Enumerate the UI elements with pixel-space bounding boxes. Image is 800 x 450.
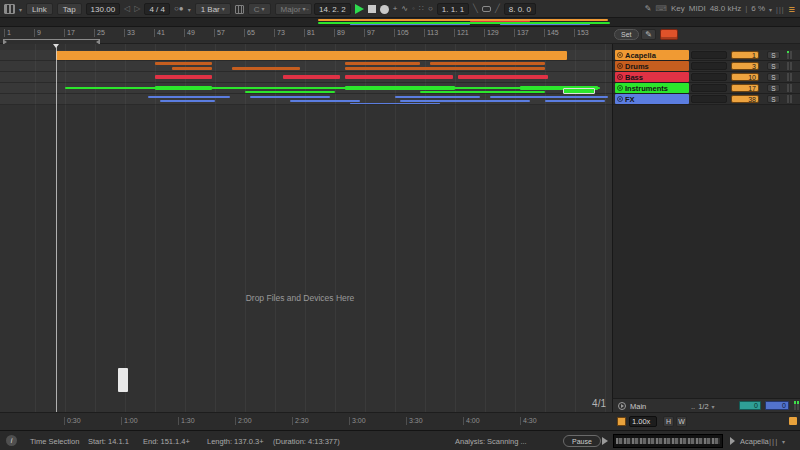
playhead[interactable] — [56, 44, 57, 412]
clip[interactable] — [56, 51, 567, 60]
midi-map-button[interactable]: MIDI — [689, 5, 706, 13]
arrangement-position-field[interactable]: 14. 2. 2 — [314, 3, 351, 15]
chevron-down-icon[interactable]: ▾ — [188, 6, 191, 13]
track-activator[interactable]: 17 — [731, 84, 759, 92]
track-name[interactable]: Acapella — [615, 50, 689, 60]
solo-button[interactable]: S — [767, 73, 780, 81]
chevron-down-icon[interactable]: ▾ — [769, 6, 772, 13]
preview-play-icon[interactable] — [602, 437, 608, 445]
session-record-icon[interactable]: ○ — [428, 5, 433, 13]
arrangement-overview[interactable] — [0, 18, 800, 27]
reenable-automation-icon[interactable]: ◦ — [412, 5, 415, 13]
chevron-down-icon[interactable]: ▾ — [782, 438, 785, 445]
clip[interactable] — [345, 67, 545, 70]
preview-volume-icon[interactable]: ||| — [769, 437, 778, 446]
track-activator[interactable]: 1 — [731, 51, 759, 59]
playback-speed-field[interactable]: 1.00x — [629, 416, 657, 427]
tempo-field[interactable]: 130.00 — [86, 3, 120, 15]
preview-waveform[interactable] — [613, 434, 723, 448]
chevron-down-icon[interactable]: ▾ — [19, 6, 22, 13]
track-io-box[interactable] — [691, 84, 727, 92]
arrangement-area[interactable]: Drop Files and Devices Here 4/1 — [0, 44, 612, 412]
track-activator[interactable]: 3 — [731, 62, 759, 70]
time-ruler[interactable]: 0:301:001:302:002:303:003:304:004:30 1.0… — [0, 412, 800, 430]
back-to-arrangement-button[interactable] — [660, 29, 678, 40]
clip[interactable] — [350, 103, 440, 104]
clip[interactable] — [155, 75, 212, 79]
pause-button[interactable]: Pause — [563, 435, 601, 447]
preview-clip-play-icon[interactable] — [730, 437, 735, 445]
link-button[interactable]: Link — [26, 3, 53, 15]
layout-grid-icon[interactable] — [4, 4, 15, 14]
nudge-down-icon[interactable]: ◁ — [124, 5, 130, 13]
track-name[interactable]: Bass — [615, 72, 689, 82]
solo-button[interactable]: S — [767, 95, 780, 103]
main-track-row[interactable]: Main .. 1/2 ▾ 0 0 — [612, 398, 800, 412]
track-name[interactable]: Instruments — [615, 83, 689, 93]
clip[interactable] — [160, 100, 215, 102]
track-activator[interactable]: 38 — [731, 95, 759, 103]
scale-icon[interactable] — [235, 5, 244, 14]
main-pan-field[interactable]: 0 — [739, 401, 761, 410]
automation-arm-icon[interactable]: ∿ — [401, 5, 408, 13]
grid-interval-menu[interactable]: .. 1/2 ▾ — [691, 402, 715, 411]
punch-in-field[interactable]: 1. 1. 1 — [437, 3, 469, 15]
clip[interactable] — [345, 86, 455, 90]
clip[interactable] — [400, 100, 530, 102]
follow-icon[interactable]: → — [302, 5, 310, 13]
computer-midi-keyboard-icon[interactable]: ⌨ — [655, 5, 667, 13]
clip[interactable] — [490, 96, 608, 98]
clip[interactable] — [155, 86, 212, 90]
clip[interactable] — [290, 100, 360, 102]
punch-in-icon[interactable]: ╲ — [473, 5, 478, 13]
cpu-overload-icon[interactable]: ≡ — [789, 4, 795, 15]
cpu-load-value[interactable]: 6 % — [751, 5, 765, 13]
time-signature-field[interactable]: 4 / 4 — [144, 3, 170, 15]
clip[interactable] — [283, 75, 340, 79]
track-activator[interactable]: 10 — [731, 73, 759, 81]
clip[interactable] — [250, 96, 330, 98]
clip[interactable] — [345, 62, 420, 65]
set-locator-button[interactable]: Set — [614, 29, 639, 40]
track-io-box[interactable] — [691, 73, 727, 81]
clip[interactable] — [148, 96, 230, 98]
clip[interactable] — [458, 75, 548, 79]
beat-time-ruler[interactable]: 1917253341495765738189971051131211291371… — [0, 27, 800, 44]
main-volume-field[interactable]: 0 — [765, 401, 789, 410]
main-track-name[interactable]: Main — [630, 402, 646, 411]
track-io-box[interactable] — [691, 95, 727, 103]
key-map-button[interactable]: Key — [671, 5, 685, 13]
solo-button[interactable]: S — [767, 84, 780, 92]
play-button[interactable] — [355, 4, 364, 14]
clip[interactable] — [345, 75, 453, 79]
nudge-up-icon[interactable]: ▷ — [134, 5, 140, 13]
record-button[interactable] — [380, 5, 389, 14]
loop-length-field[interactable]: 8. 0. 0 — [504, 3, 536, 15]
clip[interactable] — [420, 91, 545, 93]
clip[interactable] — [232, 67, 300, 70]
solo-button[interactable]: S — [767, 51, 780, 59]
root-note-select[interactable]: C▾ — [248, 3, 271, 15]
clip[interactable] — [395, 96, 480, 98]
clip[interactable] — [563, 88, 595, 94]
corner-indicator-icon[interactable] — [789, 417, 797, 425]
track-io-box[interactable] — [691, 51, 727, 59]
solo-button[interactable]: S — [767, 62, 780, 70]
clip[interactable] — [245, 91, 335, 93]
clip[interactable] — [430, 62, 545, 65]
overdub-icon[interactable]: + — [393, 5, 398, 13]
tempo-follow-icon[interactable] — [617, 417, 626, 426]
clip[interactable] — [172, 67, 212, 70]
tap-tempo-button[interactable]: Tap — [57, 3, 82, 15]
optimize-width-button[interactable]: W — [676, 416, 687, 427]
draw-mode-icon[interactable]: ✎ — [645, 5, 652, 13]
stop-button[interactable] — [368, 5, 376, 13]
capture-midi-icon[interactable]: ∷ — [419, 5, 424, 13]
loop-icon[interactable] — [482, 6, 491, 12]
clip[interactable] — [155, 62, 212, 65]
optimize-height-button[interactable]: H — [663, 416, 674, 427]
clip[interactable] — [545, 100, 605, 102]
draw-automation-button[interactable]: ✎ — [641, 29, 656, 40]
quantize-menu[interactable]: 1 Bar▾ — [195, 3, 231, 15]
white-marker[interactable] — [118, 368, 128, 392]
